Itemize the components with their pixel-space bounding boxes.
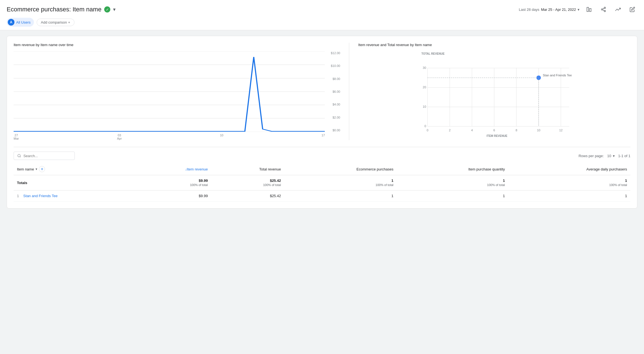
add-comparison-button[interactable]: Add comparison + [37,19,74,26]
rows-dropdown-arrow[interactable]: ▾ [613,154,615,158]
all-users-chip[interactable]: A All Users [7,18,34,27]
row-item-purchase-qty: 1 [397,190,508,202]
title-row: Ecommerce purchases: Item name ✓ ▾ [7,6,116,13]
main-card: Item revenue by Item name over time [7,36,637,209]
page-header: Ecommerce purchases: Item name ✓ ▾ Last … [0,0,644,30]
svg-text:0: 0 [425,124,426,128]
svg-point-3 [601,9,603,10]
totals-label: Totals [14,175,136,190]
main-content: Item revenue by Item name over time [0,30,644,214]
line-chart-container: $0.00 $2.00 $4.00 $6.00 $8.00 $10.00 $12… [14,51,340,140]
header-actions: Last 28 days Mar 25 - Apr 21, 2022 ▾ [519,4,637,14]
x-label-27mar: 27Mar [14,134,19,140]
charts-row: Item revenue by Item name over time [14,43,630,140]
x-axis-labels: 27Mar 03Apr 10 17 [14,134,325,140]
line-chart-title: Item revenue by Item name over time [14,43,340,47]
chart-divider [349,43,349,140]
svg-text:10: 10 [537,129,540,132]
svg-text:6: 6 [493,129,495,132]
row-ecommerce-purchases: 1 [284,190,397,202]
svg-text:0: 0 [427,129,428,132]
totals-item-purchase-qty: 1 100% of total [397,175,508,190]
scatter-chart-svg: TOTAL REVENUE [358,51,630,140]
table-row: 1 Stan and Friends Tee $9.99 $25.42 1 1 … [14,190,630,202]
line-chart-svg [14,51,325,132]
line-chart-section: Item revenue by Item name over time [14,43,340,140]
rows-per-page-value: 10 [607,154,611,158]
svg-point-4 [604,10,606,12]
svg-text:12: 12 [559,129,563,132]
svg-text:10: 10 [423,105,426,108]
svg-text:Stan and Friends Tee: Stan and Friends Tee [543,74,572,77]
svg-point-2 [604,7,606,9]
col-ecommerce-purchases[interactable]: Ecommerce purchases [284,163,397,175]
chart-type-button[interactable] [584,4,594,14]
search-icon [17,154,21,158]
row-total-revenue: $25.42 [211,190,284,202]
svg-text:ITEM REVENUE: ITEM REVENUE [487,134,508,137]
date-label: Last 28 days [519,7,540,12]
svg-point-41 [18,154,20,157]
svg-text:2: 2 [449,129,451,132]
svg-text:20: 20 [423,86,426,89]
add-comparison-plus: + [68,20,70,24]
add-column-button[interactable]: + [39,166,45,172]
trending-button[interactable] [613,4,623,14]
row-avg-daily-purchasers: 1 [508,190,630,202]
svg-text:4: 4 [471,129,473,132]
totals-total-revenue: $25.42 100% of total [211,175,284,190]
rows-per-page-label: Rows per page: [578,154,604,158]
data-table: Item name ▾ + ↓Item revenue Total revenu… [14,163,630,202]
search-input[interactable] [23,154,71,158]
col-item-revenue[interactable]: ↓Item revenue [136,163,211,175]
title-dropdown-arrow[interactable]: ▾ [113,6,116,12]
rows-per-page-select[interactable]: 10 ▾ [607,154,615,158]
svg-text:30: 30 [423,66,426,69]
row-item-revenue: $9.99 [136,190,211,202]
row-rank-name: 1 Stan and Friends Tee [14,190,136,202]
scatter-chart-container: TOTAL REVENUE [358,51,630,140]
col-item-name[interactable]: Item name ▾ + [14,163,136,175]
status-icon: ✓ [104,6,110,12]
y-axis-labels: $0.00 $2.00 $4.00 $6.00 $8.00 $10.00 $12… [326,51,340,132]
add-comparison-label: Add comparison [41,20,67,24]
share-button[interactable] [598,4,608,14]
table-section: Rows per page: 10 ▾ 1-1 of 1 Item name [14,147,630,202]
date-range-value: Mar 25 - Apr 21, 2022 [541,7,576,12]
pagination-label: 1-1 of 1 [618,154,630,158]
all-users-label: All Users [16,20,31,24]
totals-item-revenue: $9.99 100% of total [136,175,211,190]
x-label-10: 10 [220,134,223,140]
svg-line-6 [603,8,604,9]
table-controls: Rows per page: 10 ▾ 1-1 of 1 [14,152,630,160]
col-item-purchase-qty[interactable]: Item purchase quantity [397,163,508,175]
item-name-link[interactable]: Stan and Friends Tee [23,194,58,198]
scatter-chart-section: Item revenue and Total revenue by Item n… [358,43,630,140]
x-label-17: 17 [321,134,325,140]
svg-line-42 [20,157,21,157]
edit-button[interactable] [627,4,637,14]
svg-text:TOTAL REVENUE: TOTAL REVENUE [421,52,445,55]
pagination-controls: Rows per page: 10 ▾ 1-1 of 1 [578,154,630,158]
col-avg-daily-purchasers[interactable]: Average daily purchasers [508,163,630,175]
totals-row: Totals $9.99 100% of total $25.42 100% o… [14,175,630,190]
svg-text:8: 8 [516,129,517,132]
col-total-revenue[interactable]: Total revenue [211,163,284,175]
totals-ecommerce-purchases: 1 100% of total [284,175,397,190]
svg-line-5 [603,10,604,11]
header-top-row: Ecommerce purchases: Item name ✓ ▾ Last … [7,4,637,14]
search-box[interactable] [14,152,75,160]
totals-avg-daily-purchasers: 1 100% of total [508,175,630,190]
svg-rect-0 [587,7,589,12]
x-label-03apr: 03Apr [117,134,122,140]
page-title: Ecommerce purchases: Item name [7,6,101,13]
date-dropdown-arrow[interactable]: ▾ [578,7,580,12]
date-range: Last 28 days Mar 25 - Apr 21, 2022 ▾ [519,7,580,12]
scatter-chart-title: Item revenue and Total revenue by Item n… [358,43,630,47]
filter-row: A All Users Add comparison + [7,18,637,30]
avatar: A [8,19,14,26]
svg-rect-1 [590,9,591,12]
